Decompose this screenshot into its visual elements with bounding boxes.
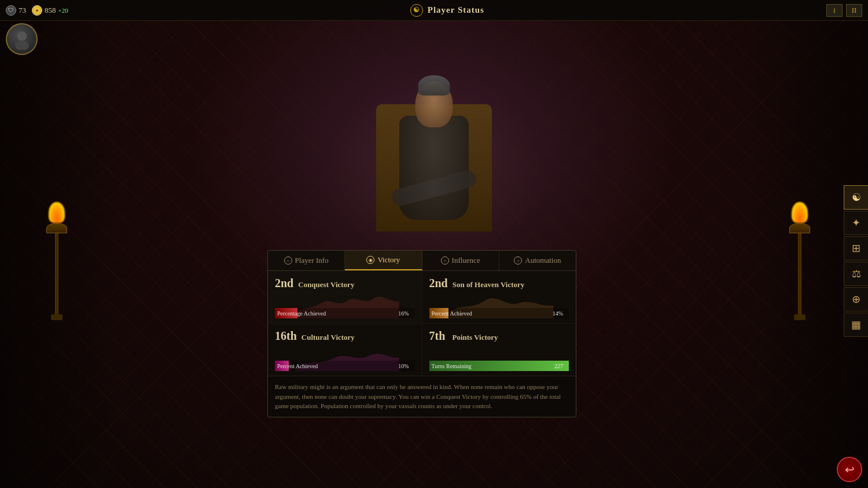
shield-icon: 🛡 xyxy=(6,5,16,16)
torch-left-base xyxy=(51,314,62,320)
tab-automation-icon: ○ xyxy=(514,256,522,265)
son-of-heaven-label-value: 14% xyxy=(553,310,563,317)
sidebar-btn-grid[interactable]: ⊞ xyxy=(844,236,868,260)
conquest-progress-label: Percentage Achieved 16% xyxy=(275,310,411,317)
description-text: Raw military might is an argument that c… xyxy=(275,382,569,411)
son-of-heaven-header: 2nd Son of Heaven Victory xyxy=(429,277,569,290)
cultural-victory-card[interactable]: 16th Cultural Victory Percent Achieved 1… xyxy=(268,324,422,376)
points-header: 7th Points Victory xyxy=(429,329,569,343)
coin-income: +20 xyxy=(58,7,68,14)
tab-victory-label: Victory xyxy=(377,255,400,265)
avatar[interactable] xyxy=(6,23,38,55)
son-of-heaven-progress-container: Percent Achieved 14% xyxy=(429,308,569,318)
top-bar-right: i II xyxy=(826,4,862,17)
conquest-progress-container: Percentage Achieved 16% xyxy=(275,308,415,318)
svg-point-1 xyxy=(15,40,28,49)
title-icon: ☯ xyxy=(410,4,423,17)
avatar-container xyxy=(6,23,38,55)
points-rank: 7th xyxy=(429,329,448,343)
cultural-label-text: Percent Achieved xyxy=(277,363,318,369)
coin-icon: ● xyxy=(32,5,42,16)
cultural-chart: Percent Achieved 10% xyxy=(275,345,415,371)
torch-left-pole xyxy=(55,233,58,314)
cultural-header: 16th Cultural Victory xyxy=(275,329,415,343)
son-of-heaven-rank: 2nd xyxy=(429,277,448,290)
cultural-progress-container: Percent Achieved 10% xyxy=(275,361,415,371)
torch-left xyxy=(46,202,67,320)
conquest-chart: Percentage Achieved 16% xyxy=(275,292,415,318)
torch-left-bowl xyxy=(46,223,67,233)
right-sidebar: ☯ ✦ ⊞ ⚖ ⊕ ▦ xyxy=(844,185,868,337)
conquest-label-text: Percentage Achieved xyxy=(277,310,326,317)
torch-right-base xyxy=(794,314,806,320)
tab-player-info-icon: ○ xyxy=(284,256,292,265)
points-chart: Turns Remaining 227 xyxy=(429,345,569,371)
tab-player-info[interactable]: ○ Player Info xyxy=(268,251,345,270)
coin-value: 858 xyxy=(45,6,56,15)
top-bar-left: 🛡 73 ● 858 +20 xyxy=(6,5,68,16)
shield-value: 73 xyxy=(19,6,26,15)
points-progress-container: Turns Remaining 227 xyxy=(429,361,569,371)
tab-automation-label: Automation xyxy=(525,256,561,265)
window-title: Player Status xyxy=(428,5,484,15)
conquest-victory-card[interactable]: 2nd Conquest Victory Percentage Achieved… xyxy=(268,271,422,323)
points-progress-label: Turns Remaining 227 xyxy=(429,363,566,369)
tab-victory[interactable]: ◉ Victory xyxy=(345,251,422,270)
tab-influence[interactable]: ○ Influence xyxy=(422,251,499,270)
son-of-heaven-progress-label: Percent Achieved 14% xyxy=(429,310,566,317)
torch-left-flame xyxy=(49,202,65,223)
back-button[interactable]: ↩ xyxy=(837,457,862,482)
cultural-rank: 16th xyxy=(275,329,297,343)
points-title: Points Victory xyxy=(453,333,498,342)
son-of-heaven-label-text: Percent Achieved xyxy=(432,310,472,317)
info-button[interactable]: i xyxy=(826,4,843,17)
cultural-label-value: 10% xyxy=(398,363,409,369)
top-bar-center: ☯ Player Status xyxy=(410,4,484,17)
son-of-heaven-chart: Percent Achieved 14% xyxy=(429,292,569,318)
cultural-progress-label: Percent Achieved 10% xyxy=(275,363,411,369)
points-victory-card[interactable]: 7th Points Victory Turns Remaining 227 xyxy=(422,324,576,376)
pause-button[interactable]: II xyxy=(846,4,862,17)
shield-resource: 🛡 73 xyxy=(6,5,26,16)
torch-right xyxy=(789,202,810,320)
sidebar-btn-chart[interactable]: ▦ xyxy=(844,313,868,337)
points-label-text: Turns Remaining xyxy=(432,363,472,369)
conquest-title: Conquest Victory xyxy=(298,280,354,289)
conquest-label-value: 16% xyxy=(398,310,409,317)
torch-right-pole xyxy=(798,233,801,314)
torch-right-flame xyxy=(792,202,808,223)
son-of-heaven-victory-card[interactable]: 2nd Son of Heaven Victory Percent Achiev… xyxy=(422,271,576,323)
conquest-rank: 2nd xyxy=(275,277,293,290)
victory-grid: 2nd Conquest Victory Percentage Achieved… xyxy=(268,271,576,376)
tab-victory-icon: ◉ xyxy=(366,256,374,264)
cultural-title: Cultural Victory xyxy=(301,333,355,342)
torch-right-bowl xyxy=(789,223,810,233)
tab-player-info-label: Player Info xyxy=(295,256,329,265)
main-panel: ○ Player Info ◉ Victory ○ Influence ○ Au… xyxy=(267,250,576,417)
tab-influence-icon: ○ xyxy=(441,256,449,265)
sidebar-btn-compass[interactable]: ✦ xyxy=(844,211,868,235)
points-label-value: 227 xyxy=(554,363,563,369)
svg-point-0 xyxy=(17,31,26,41)
avatar-icon xyxy=(12,29,32,50)
tab-bar: ○ Player Info ◉ Victory ○ Influence ○ Au… xyxy=(268,251,576,271)
top-bar: 🛡 73 ● 858 +20 ☯ Player Status i II xyxy=(0,0,868,21)
sidebar-btn-scales[interactable]: ⚖ xyxy=(844,262,868,286)
coin-resource: ● 858 +20 xyxy=(32,5,68,16)
sidebar-btn-globe[interactable]: ⊕ xyxy=(844,287,868,311)
sidebar-btn-yin-yang[interactable]: ☯ xyxy=(844,185,868,210)
tab-automation[interactable]: ○ Automation xyxy=(499,251,576,270)
description-area: Raw military might is an argument that c… xyxy=(268,376,576,417)
tab-influence-label: Influence xyxy=(452,256,480,265)
conquest-header: 2nd Conquest Victory xyxy=(275,277,415,290)
son-of-heaven-title: Son of Heaven Victory xyxy=(453,280,525,289)
